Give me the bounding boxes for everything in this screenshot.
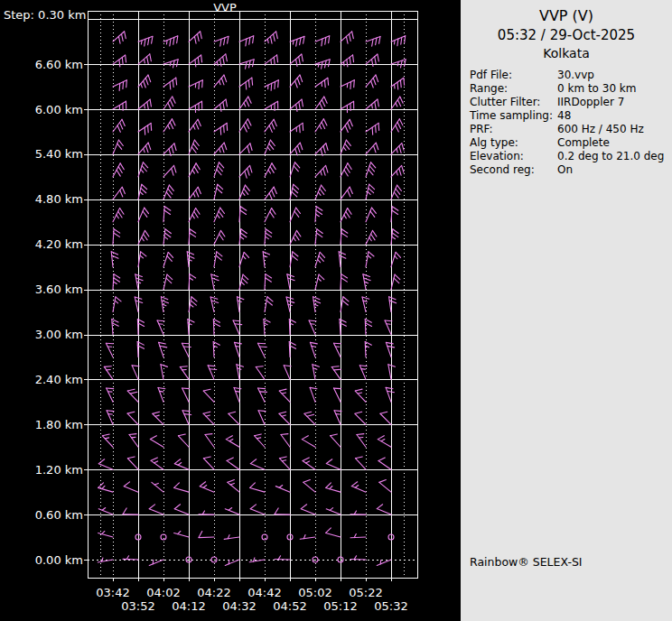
wind-barb-full-tick bbox=[348, 190, 350, 197]
wind-barb-half-tick bbox=[192, 170, 194, 173]
wind-barb-full-tick bbox=[253, 60, 255, 67]
wind-barb-full-tick bbox=[372, 230, 376, 236]
wind-barb-full-tick bbox=[397, 82, 398, 89]
wind-barb-full-tick bbox=[120, 209, 124, 215]
wind-barb-full-tick bbox=[190, 274, 196, 278]
plot-title: VVP bbox=[213, 1, 237, 14]
parameter-list: Pdf File:30.vvpRange:0 km to 30 kmClutte… bbox=[470, 69, 672, 177]
wind-barb-full-tick bbox=[387, 391, 395, 392]
wind-barb-staff bbox=[111, 252, 113, 267]
wind-barb-full-tick bbox=[122, 34, 124, 42]
wind-barb-staff bbox=[113, 297, 116, 312]
wind-barb-full-tick bbox=[196, 209, 200, 215]
wind-barb-staff bbox=[188, 320, 189, 335]
wind-barb-full-tick bbox=[281, 434, 288, 435]
wind-barb-full-tick bbox=[149, 505, 154, 509]
wind-barb-full-tick bbox=[385, 320, 392, 321]
wind-barb-full-tick bbox=[194, 167, 198, 173]
wind-barb-full-tick bbox=[378, 54, 378, 61]
wind-barb-staff bbox=[331, 436, 341, 448]
wind-barb-staff bbox=[211, 274, 214, 290]
wind-barb-full-tick bbox=[172, 119, 175, 125]
wind-barb-full-tick bbox=[372, 208, 377, 213]
vvp-product-window: 6.60 km6.00 km5.40 km4.80 km4.20 km3.60 … bbox=[0, 0, 672, 621]
wind-barb-full-tick bbox=[259, 347, 266, 348]
wind-barb-staff bbox=[203, 459, 214, 469]
y-axis-label: 3.00 km bbox=[35, 328, 83, 341]
wind-barb-half-tick bbox=[193, 193, 195, 197]
wind-barb-full-tick bbox=[294, 211, 299, 217]
wind-barb-full-tick bbox=[173, 97, 175, 103]
wind-barb-full-tick bbox=[394, 192, 398, 198]
wind-barb-full-tick bbox=[266, 301, 272, 305]
wind-barb-full-tick bbox=[272, 209, 275, 215]
wind-barb-staff bbox=[389, 297, 391, 312]
wind-barb-staff bbox=[309, 320, 315, 335]
y-axis-label: 6.60 km bbox=[35, 58, 83, 71]
wind-barb-staff bbox=[350, 537, 366, 538]
wind-barb-full-tick bbox=[346, 211, 350, 218]
wind-barb-full-tick bbox=[256, 366, 263, 367]
y-axis-label: 0.00 km bbox=[35, 553, 83, 567]
wind-barb-full-tick bbox=[227, 458, 233, 460]
wind-barb-full-tick bbox=[104, 366, 111, 367]
wind-barb-full-tick bbox=[180, 366, 187, 367]
wind-barb-full-tick bbox=[203, 389, 210, 391]
wind-barb-full-tick bbox=[194, 211, 198, 218]
wind-barb-full-tick bbox=[376, 125, 377, 133]
wind-barb-full-tick bbox=[302, 99, 303, 107]
wind-barb-full-tick bbox=[316, 207, 322, 210]
wind-barb-full-tick bbox=[237, 297, 243, 300]
info-panel: VVP (V) 05:32 / 29-Oct-2025 Kolkata Pdf … bbox=[461, 0, 672, 621]
wind-barb-full-tick bbox=[322, 100, 324, 107]
wind-barb-half-tick bbox=[178, 463, 182, 466]
wind-barb-staff bbox=[302, 440, 315, 448]
wind-barb-full-tick bbox=[174, 483, 180, 488]
wind-barb-full-tick bbox=[174, 144, 176, 151]
wind-barb-full-tick bbox=[328, 78, 329, 85]
wind-barb-staff bbox=[385, 320, 391, 335]
wind-barb-staff bbox=[182, 411, 189, 425]
wind-barb-full-tick bbox=[107, 411, 114, 412]
y-axis-label: 4.20 km bbox=[35, 237, 83, 251]
wind-barb-half-tick bbox=[344, 215, 346, 218]
wind-barb-full-tick bbox=[160, 346, 167, 348]
wind-barb-full-tick bbox=[195, 60, 196, 67]
wind-barb-full-tick bbox=[245, 185, 249, 190]
wind-barb-staff bbox=[151, 460, 163, 469]
wind-barb-full-tick bbox=[309, 320, 316, 321]
wind-barb-full-tick bbox=[303, 36, 304, 43]
wind-barb-staff bbox=[258, 411, 265, 425]
wind-barb-full-tick bbox=[161, 297, 167, 300]
wind-barb-full-tick bbox=[114, 229, 120, 233]
wind-barb-full-tick bbox=[297, 145, 300, 153]
wind-barb-full-tick bbox=[223, 57, 225, 64]
wind-barb-full-tick bbox=[118, 36, 120, 43]
wind-barb-full-tick bbox=[346, 36, 348, 43]
wind-barb-full-tick bbox=[107, 388, 114, 389]
wind-barb-half-tick bbox=[395, 255, 397, 258]
wind-barb-full-tick bbox=[369, 188, 374, 192]
param-value: IIRDoppler 7 bbox=[557, 96, 672, 109]
wind-barb-full-tick bbox=[297, 78, 300, 85]
wind-barb-staff bbox=[157, 320, 163, 335]
wind-barb-full-tick bbox=[371, 162, 376, 168]
wind-barb-full-tick bbox=[102, 434, 109, 436]
wind-barb-full-tick bbox=[394, 278, 399, 283]
wind-barb-full-tick bbox=[145, 230, 148, 236]
wind-barb-half-tick bbox=[159, 391, 163, 392]
wind-barb-full-tick bbox=[217, 188, 222, 192]
wind-barb-full-tick bbox=[221, 78, 224, 85]
wind-barb-full-tick bbox=[274, 34, 275, 42]
wind-barb-full-tick bbox=[371, 80, 374, 88]
wind-barb-full-tick bbox=[295, 234, 299, 240]
wind-barb-full-tick bbox=[393, 229, 398, 234]
wind-barb-staff bbox=[203, 391, 214, 402]
wind-barb-full-tick bbox=[319, 274, 324, 280]
wind-barb-full-tick bbox=[241, 229, 247, 234]
wind-barb-half-tick bbox=[282, 393, 285, 394]
wind-barb-full-tick bbox=[353, 55, 354, 62]
wind-barb-full-tick bbox=[208, 366, 215, 366]
wind-barb-staff bbox=[104, 366, 113, 379]
wind-barb-staff bbox=[366, 252, 369, 267]
